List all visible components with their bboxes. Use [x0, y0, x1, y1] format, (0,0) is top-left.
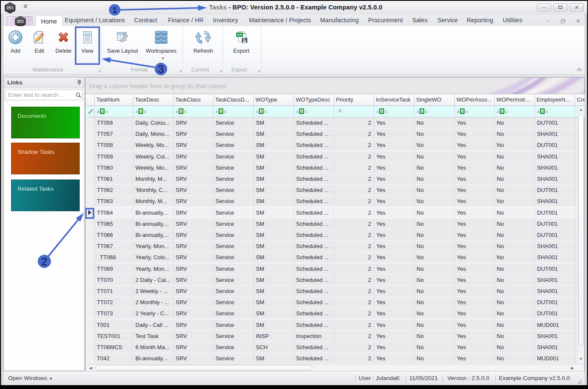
svg-text:XLSX: XLSX [237, 33, 243, 36]
